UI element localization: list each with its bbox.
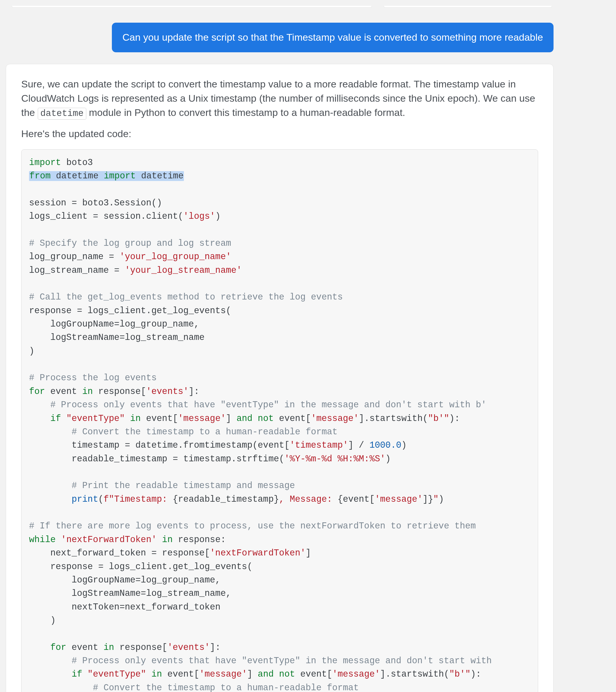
code-block[interactable]: import boto3 from datetime import dateti… [21, 149, 538, 692]
code-comment: # Specify the log group and log stream [29, 239, 231, 248]
inline-code-datetime: datetime [38, 108, 86, 120]
code-text [156, 535, 162, 545]
code-str: "eventType" [66, 414, 125, 424]
code-str: " [433, 494, 439, 504]
kw-import2: import [104, 171, 136, 181]
code-pre: import boto3 from datetime import dateti… [29, 156, 530, 692]
code-text: response = logs_client.get_log_events( [29, 562, 253, 572]
assistant-paragraph-2: Here's the updated code: [21, 127, 538, 141]
code-comment: # If there are more log events to proces… [29, 521, 476, 531]
code-text [61, 414, 66, 424]
code-text: datetime [136, 171, 184, 181]
code-text: event[ [295, 669, 332, 679]
code-text [146, 669, 151, 679]
code-str: 'events' [146, 387, 189, 396]
code-text: ) [29, 346, 34, 356]
code-text: logs_client = session.client( [29, 212, 183, 221]
code-text: readable_timestamp = timestamp.strftime( [29, 454, 284, 464]
code-text: event[ [162, 669, 199, 679]
user-message-text: Can you update the script so that the Ti… [122, 32, 543, 43]
user-message-row: Can you update the script so that the Ti… [6, 23, 610, 52]
code-fn-print: print [71, 494, 98, 504]
code-text: event[ [141, 414, 178, 424]
code-text: next_forward_token = response[ [29, 548, 210, 558]
code-str: 'timestamp' [290, 440, 348, 450]
code-comment: # Print the readable timestamp and messa… [29, 481, 295, 491]
code-text: {event[ [338, 494, 375, 504]
kw-in: in [82, 387, 93, 396]
code-text: response = logs_client.get_log_events( [29, 306, 231, 316]
strip-left [12, 6, 372, 7]
code-text [253, 414, 258, 424]
kw-import: import [29, 158, 61, 168]
code-text [29, 669, 71, 679]
code-text: logStreamName=log_stream_name [29, 333, 205, 343]
code-text: ].startswith( [359, 414, 428, 424]
code-str: 'message' [178, 414, 226, 424]
code-text: event[ [274, 414, 311, 424]
highlighted-line: from datetime import datetime [29, 171, 184, 181]
code-text: nextToken=next_forward_token [29, 602, 220, 612]
code-text: ]} [423, 494, 433, 504]
code-text: ) [215, 212, 220, 221]
code-str: '%Y-%m-%d %H:%M:%S' [284, 454, 386, 464]
code-text: ) [385, 454, 390, 464]
code-text: event [45, 387, 82, 396]
assistant-intro-1b: module in Python to convert this timesta… [86, 107, 405, 118]
code-comment: # Convert the timestamp to a human-reada… [29, 427, 338, 437]
user-message-bubble[interactable]: Can you update the script so that the Ti… [112, 23, 554, 52]
code-comment: # Convert the timestamp to a human-reada… [29, 683, 359, 692]
code-text: boto3 [61, 158, 93, 168]
code-comment: # Process only events that have "eventTy… [29, 656, 497, 666]
kw-from: from [29, 171, 50, 181]
code-text: ]: [189, 387, 199, 396]
code-str: 'events' [167, 643, 210, 652]
code-text: {readable_timestamp} [173, 494, 279, 504]
code-text: log_stream_name = [29, 265, 125, 275]
code-text [56, 535, 61, 545]
kw-while: while [29, 535, 56, 545]
code-str: , Message: [279, 494, 337, 504]
kw-and: and [258, 669, 274, 679]
kw-if: if [50, 414, 61, 424]
code-str: f"Timestamp: [103, 494, 173, 504]
code-text: logGroupName=log_group_name, [29, 319, 199, 329]
kw-for: for [50, 643, 66, 652]
kw-if: if [71, 669, 82, 679]
code-str: "b'" [449, 669, 470, 679]
assistant-paragraph-1: Sure, we can update the script to conver… [21, 77, 538, 121]
code-text: ( [98, 494, 103, 504]
code-str: "eventType" [87, 669, 146, 679]
code-num: 1000.0 [369, 440, 401, 450]
code-text: response: [173, 535, 226, 545]
code-comment: # Process only events that have "eventTy… [29, 400, 486, 410]
code-text: ): [449, 414, 460, 424]
code-comment: # Call the get_log_events method to retr… [29, 292, 343, 302]
code-text: ] [247, 669, 258, 679]
assistant-text-block: Sure, we can update the script to conver… [21, 77, 538, 141]
code-str: "b'" [428, 414, 449, 424]
code-str: 'nextForwardToken' [210, 548, 305, 558]
code-text: ] / [348, 440, 369, 450]
kw-for: for [29, 387, 45, 396]
code-text: response[ [93, 387, 146, 396]
strip-right [384, 6, 552, 7]
kw-not: not [258, 414, 274, 424]
code-text: event [66, 643, 103, 652]
assistant-message-card: Sure, we can update the script to conver… [6, 64, 554, 692]
code-text [29, 494, 71, 504]
code-text: ] [306, 548, 311, 558]
code-str: 'message' [332, 669, 380, 679]
code-text: ) [29, 615, 56, 625]
code-text: logGroupName=log_group_name, [29, 575, 220, 585]
code-str: 'nextForwardToken' [61, 535, 156, 545]
code-text [29, 414, 50, 424]
code-str: 'message' [375, 494, 423, 504]
code-comment: # Process the log events [29, 373, 156, 383]
code-text: ) [401, 440, 406, 450]
code-text: ] [226, 414, 236, 424]
code-text: timestamp = datetime.fromtimestamp(event… [29, 440, 290, 450]
code-str: 'your_log_stream_name' [125, 265, 242, 275]
code-text: response[ [114, 643, 167, 652]
chat-container: Can you update the script so that the Ti… [6, 6, 610, 692]
